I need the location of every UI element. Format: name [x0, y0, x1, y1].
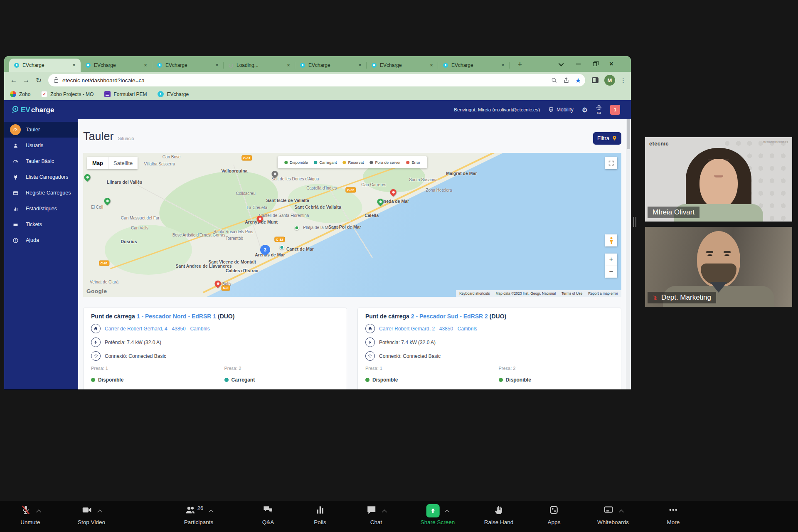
tab-close-icon[interactable]: × — [214, 62, 220, 69]
chevron-up-icon[interactable] — [97, 510, 102, 514]
sidebar-item-usuaris[interactable]: Usuaris — [4, 138, 78, 153]
close-button[interactable]: × — [603, 56, 620, 72]
pem-bookmark-icon — [104, 91, 111, 97]
browser-tab-evcharge[interactable]: EVcharge× — [152, 59, 224, 72]
pegman-icon[interactable] — [605, 234, 617, 246]
zoom-toolbar-share-screen[interactable]: Share Screen — [421, 503, 455, 525]
zoom-toolbar-participants[interactable]: 26Participants — [184, 503, 214, 525]
tab-close-icon[interactable]: × — [428, 62, 435, 69]
profile-avatar[interactable]: M — [604, 75, 615, 86]
zoom-toolbar-unmute[interactable]: Unmute — [20, 503, 40, 525]
zoom-toolbar-label: Participants — [184, 519, 214, 525]
mobility-link[interactable]: Mobility — [548, 107, 574, 113]
charge-point-link[interactable]: 1 - Pescador Nord - EdRSR 1 — [137, 313, 218, 320]
sidebar-item-tauler[interactable]: Tauler — [4, 122, 78, 138]
zoom-out-button[interactable]: − — [605, 266, 617, 278]
map-marker-dot[interactable] — [295, 225, 299, 230]
browser-tab-evcharge[interactable]: EVcharge× — [81, 59, 152, 72]
sidebar-item-label: Tauler Bàsic — [26, 158, 54, 164]
tab-close-icon[interactable]: × — [285, 62, 292, 69]
bookmark-star-icon[interactable]: ★ — [575, 76, 581, 84]
bookmark-zoho[interactable]: Zoho — [10, 91, 30, 97]
url-text[interactable]: etecnic.net/dashboard?locale=ca — [62, 77, 545, 84]
tab-close-icon[interactable]: × — [357, 62, 363, 69]
share-page-icon[interactable] — [563, 77, 569, 84]
terms-of-use-link[interactable]: Terms of Use — [562, 291, 582, 296]
zoom-toolbar-polls[interactable]: Polls — [314, 503, 326, 525]
map-type-map[interactable]: Map — [87, 157, 108, 169]
address-link[interactable]: Carrer Robert Gerhard, 2 - 43850 - Cambr… — [379, 326, 477, 332]
filter-button[interactable]: Filtra — [593, 132, 621, 145]
map-label: Malgrat de Mar — [446, 171, 477, 176]
ticket-icon — [10, 219, 21, 230]
settings-gear-icon[interactable]: ⚙ — [582, 106, 588, 114]
participant-video-marketing[interactable]: Dept. Marketing — [645, 227, 792, 307]
browser-tab-evcharge[interactable]: EVcharge× — [9, 59, 81, 72]
chevron-up-icon[interactable] — [445, 510, 449, 514]
browser-tab-loading[interactable]: Loading...× — [224, 59, 295, 72]
tab-title: Loading... — [236, 62, 285, 68]
language-selector[interactable]: ca — [596, 105, 602, 115]
participant-video-mireia[interactable]: etecnic etecnic@etecnic.es MIreia Olivar… — [645, 137, 792, 222]
address-bar[interactable]: etecnic.net/dashboard?locale=ca ★ — [48, 74, 585, 86]
share-splitter-handle[interactable] — [633, 217, 636, 227]
sidebar-item-estad-stiques[interactable]: Estadístiques — [4, 201, 78, 217]
new-tab-button[interactable]: + — [515, 59, 525, 70]
chevron-up-icon[interactable] — [382, 510, 387, 514]
zoom-page-icon[interactable] — [551, 77, 557, 84]
chevron-up-icon[interactable] — [209, 510, 213, 514]
restore-button[interactable] — [586, 56, 603, 72]
fullscreen-icon[interactable] — [605, 157, 617, 169]
zoom-toolbar-stop-video[interactable]: Stop Video — [78, 503, 105, 525]
map-marker-cluster[interactable]: 3 — [260, 245, 270, 255]
zoom-toolbar: UnmuteStop Video26ParticipantsQ&APollsCh… — [0, 501, 798, 532]
chevron-up-icon[interactable] — [36, 510, 41, 514]
reload-button[interactable]: ↻ — [32, 76, 45, 85]
map-marker-pin[interactable] — [83, 173, 92, 182]
browser-tab-evcharge[interactable]: EVcharge× — [295, 59, 367, 72]
page-scrollbar[interactable]: ▲ — [626, 100, 631, 389]
forward-button[interactable]: → — [20, 76, 32, 84]
browser-tab-evcharge[interactable]: EVcharge× — [438, 59, 510, 72]
address-link[interactable]: Carrer de Robert Gerhard, 4 - 43850 - Ca… — [105, 326, 210, 332]
report-a-map-error-link[interactable]: Report a map error — [588, 291, 618, 296]
sidebar-item-ajuda[interactable]: ?Ajuda — [4, 232, 78, 248]
side-panel-icon[interactable] — [592, 77, 598, 83]
evcharge-logo[interactable]: EVcharge — [11, 105, 54, 114]
sidebar-item-llista-carregadors[interactable]: Llista Carregadors — [4, 169, 78, 185]
bookmark-formulari-pem[interactable]: Formulari PEM — [104, 91, 147, 97]
presa-2-field[interactable]: Presa: 2 — [224, 366, 340, 373]
zoom-toolbar-whiteboards[interactable]: Whiteboards — [597, 503, 629, 525]
sidebar-item-registre-c-rregues[interactable]: Registre Càrregues — [4, 185, 78, 201]
bookmark-zoho-projects-mo[interactable]: ✓Zoho Projects - MO — [41, 91, 94, 97]
tab-search-icon[interactable] — [553, 56, 570, 72]
zoom-in-button[interactable]: + — [605, 254, 617, 266]
bookmark-evcharge[interactable]: EVcharge — [158, 91, 189, 97]
tab-close-icon[interactable]: × — [142, 62, 149, 69]
keyboard-shortcuts-link[interactable]: Keyboard shortcuts — [459, 291, 490, 296]
charge-point-link[interactable]: 2 - Pescador Sud - EdRSR 2 — [411, 313, 490, 320]
sidebar-item-tauler-b-sic[interactable]: Tauler Bàsic — [4, 153, 78, 169]
browser-tab-evcharge[interactable]: EVcharge× — [367, 59, 438, 72]
map-marker-dot[interactable] — [279, 245, 284, 249]
presa-2-field[interactable]: Presa: 2 — [499, 366, 614, 373]
zoom-toolbar-raise-hand[interactable]: Raise Hand — [484, 503, 514, 525]
zoom-toolbar-more[interactable]: More — [667, 503, 680, 525]
presa-1-field[interactable]: Presa: 1 — [91, 366, 206, 373]
map-marker-pin[interactable] — [103, 197, 112, 205]
google-map[interactable]: Can BoscVillalba SasserraVallgorguinaSal… — [83, 153, 621, 297]
browser-menu-icon[interactable]: ⋮ — [620, 76, 626, 84]
sidebar-item-tickets[interactable]: Tickets — [4, 217, 78, 232]
zoom-toolbar-chat[interactable]: Chat — [366, 503, 386, 525]
back-button[interactable]: ← — [7, 76, 20, 84]
tab-close-icon[interactable]: × — [500, 62, 506, 69]
map-type-satellite[interactable]: Satellite — [108, 157, 138, 169]
zoom-toolbar-q-a[interactable]: Q&A — [262, 503, 274, 525]
chevron-up-icon[interactable] — [619, 510, 623, 514]
tab-close-icon[interactable]: × — [71, 62, 77, 69]
google-logo[interactable]: Google — [86, 288, 107, 294]
zoom-toolbar-apps[interactable]: Apps — [548, 503, 561, 525]
presa-1-field[interactable]: Presa: 1 — [365, 366, 480, 373]
notification-badge[interactable]: 1 — [610, 105, 620, 115]
minimize-button[interactable] — [570, 56, 586, 72]
